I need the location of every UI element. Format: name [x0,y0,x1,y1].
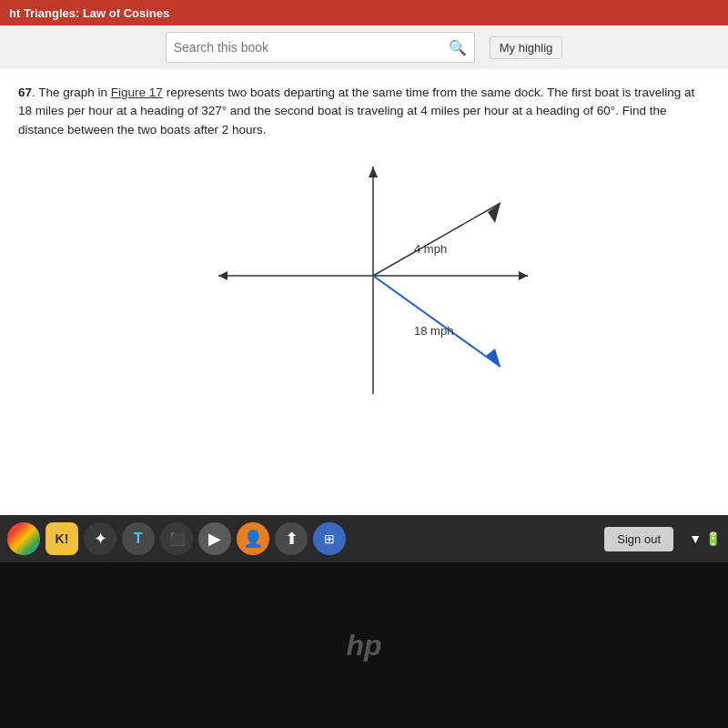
graph-area: 4 mph 18 mph [18,148,710,421]
highlight-button[interactable]: My highlig [490,36,563,59]
taskbar-right-icons: ▼ 🔋 [689,531,721,546]
label-18mph: 18 mph [414,324,453,338]
taskbar-icon-video[interactable]: ▶ [198,522,231,555]
hp-logo: hp [346,629,381,662]
search-bar-area: 🔍 My highlig [0,25,728,69]
svg-line-7 [373,276,500,367]
taskbar-icon-t-app[interactable]: T [122,522,155,555]
taskbar-icon-chrome[interactable] [7,522,40,555]
bottom-area: hp [0,562,728,728]
battery-icon: 🔋 [705,531,721,546]
svg-line-5 [373,203,500,276]
search-button[interactable]: 🔍 [449,39,467,56]
taskbar-icon-kahoot[interactable]: K! [46,522,78,555]
svg-marker-1 [218,271,228,280]
search-input[interactable] [174,40,449,55]
taskbar-icon-person[interactable]: 👤 [237,522,269,555]
label-4mph: 4 mph [414,242,447,256]
figure-17-graph: 4 mph 18 mph [191,148,537,421]
problem-number: 67 [18,86,32,99]
problem-text-part1: . The graph in [32,86,111,99]
svg-marker-2 [519,271,528,280]
taskbar-icon-star[interactable]: ✦ [84,522,116,555]
problem-text: 67. The graph in Figure 17 represents tw… [18,84,710,139]
figure-link[interactable]: Figure 17 [111,86,163,99]
sign-out-button[interactable]: Sign out [604,527,673,551]
main-content: 67. The graph in Figure 17 represents tw… [0,69,728,515]
top-bar: ht Triangles: Law of Cosines [0,0,728,25]
taskbar-icon-camera[interactable]: ⬛ [160,522,193,555]
taskbar-icon-grid[interactable]: ⊞ [313,522,346,555]
svg-marker-4 [369,167,378,177]
taskbar: K! ✦ T ⬛ ▶ 👤 ⬆ ⊞ Sign out ▼ 🔋 [0,515,728,562]
search-container: 🔍 [166,32,475,63]
page-title: ht Triangles: Law of Cosines [9,6,169,20]
wifi-icon: ▼ [689,531,702,546]
taskbar-icon-upload[interactable]: ⬆ [275,522,308,555]
